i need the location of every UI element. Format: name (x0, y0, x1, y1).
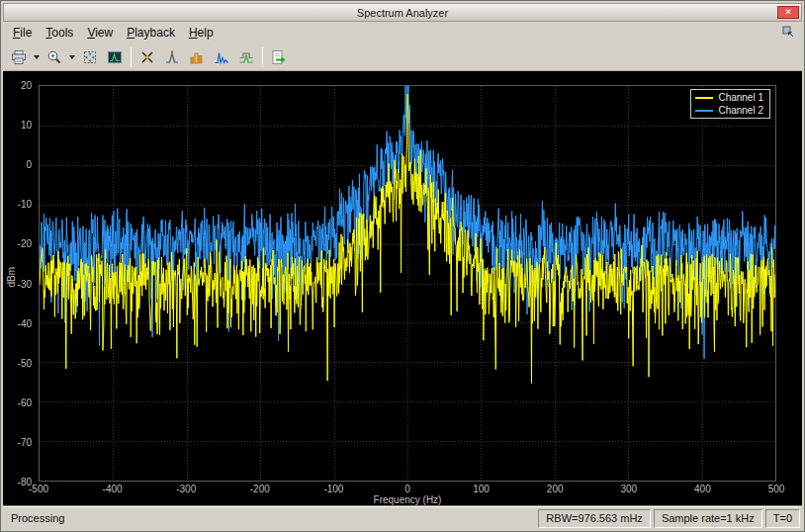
x-tick-label: 400 (694, 484, 711, 494)
legend-line-sample (695, 110, 713, 112)
spectrum-settings-icon (107, 49, 123, 65)
zoom-button[interactable] (43, 45, 66, 69)
spectrum-plot: dBm 20100-10-20-30-40-50-60-70-80 Channe… (3, 71, 802, 505)
x-tick-label: 300 (620, 484, 637, 494)
x-axis-label: Frequency (Hz) (39, 494, 776, 505)
fit-to-view-icon (82, 49, 98, 65)
x-tick-label: -300 (176, 484, 196, 494)
x-tick-label: -400 (103, 484, 123, 494)
legend-line-sample (695, 97, 713, 99)
x-tick-label: 500 (768, 484, 785, 494)
toolbar (3, 44, 802, 71)
window-title: Spectrum Analyzer (357, 7, 448, 19)
menu-tools[interactable]: Tools (39, 23, 80, 43)
print-dropdown-button[interactable] (31, 45, 42, 69)
x-tick-label: -200 (250, 484, 270, 494)
spectrum-analyzer-window: Spectrum Analyzer ✕ File Tools View Play… (0, 0, 805, 532)
distortion-measurements-button[interactable] (210, 45, 233, 69)
y-tick-label: -40 (18, 317, 32, 328)
run-icon (271, 49, 287, 65)
y-tick-label: 20 (21, 80, 32, 91)
y-tick-label: -60 (18, 397, 32, 407)
peak-finder-button[interactable] (160, 45, 184, 69)
y-tick-label: -70 (18, 436, 32, 447)
status-time: T=0 (765, 509, 800, 528)
legend-entry[interactable]: Channel 1 (695, 92, 763, 103)
toolbar-separator (131, 47, 132, 67)
close-button[interactable]: ✕ (777, 6, 799, 19)
zoom-icon (46, 49, 62, 65)
zoom-dropdown-caret (69, 55, 75, 59)
x-tick-label: 0 (404, 484, 410, 494)
spectral-mask-icon (238, 49, 254, 65)
menu-help[interactable]: Help (182, 23, 221, 43)
cursor-measurements-button[interactable] (135, 45, 159, 69)
titlebar[interactable]: Spectrum Analyzer ✕ (3, 3, 802, 22)
y-tick-label: 0 (26, 159, 32, 170)
statusbar: Processing RBW=976.563 mHz Sample rate=1… (3, 505, 802, 529)
x-tick-labels: -500-400-300-200-1000100200300400500 (39, 484, 776, 494)
legend: Channel 1Channel 2 (690, 89, 770, 119)
x-tick-label: -100 (323, 484, 343, 494)
peak-finder-icon (164, 49, 180, 65)
ccdf-measurements-icon (189, 49, 205, 65)
print-button[interactable] (7, 45, 31, 69)
y-tick-label: -30 (18, 278, 32, 289)
menubar: File Tools View Playback Help (3, 22, 802, 44)
dock-scope-button[interactable] (780, 25, 796, 41)
status-rbw: RBW=976.563 mHz (538, 509, 651, 528)
status-sample-rate: Sample rate=1 kHz (654, 509, 762, 528)
legend-label: Channel 2 (718, 105, 763, 116)
menu-view[interactable]: View (80, 23, 120, 43)
x-tick-label: 100 (473, 484, 490, 494)
y-tick-label: -50 (18, 357, 32, 368)
legend-entry[interactable]: Channel 2 (695, 105, 763, 116)
zoom-dropdown-button[interactable] (66, 45, 77, 69)
y-tick-label: 10 (21, 120, 32, 131)
menu-file[interactable]: File (6, 23, 39, 43)
y-tick-labels: 20100-10-20-30-40-50-60-70-80 (3, 85, 36, 482)
toolbar-separator (262, 47, 263, 67)
run-button[interactable] (267, 45, 291, 69)
menu-playback[interactable]: Playback (120, 23, 182, 43)
distortion-measurements-icon (214, 49, 229, 65)
y-tick-label: -10 (18, 199, 32, 210)
spectrum-canvas[interactable] (40, 86, 775, 481)
fit-to-view-button[interactable] (78, 45, 102, 69)
status-processing: Processing (5, 510, 535, 526)
legend-label: Channel 1 (718, 92, 763, 103)
spectral-mask-button[interactable] (234, 45, 258, 69)
ccdf-measurements-button[interactable] (185, 45, 209, 69)
cursor-measurements-icon (139, 49, 155, 65)
spectrum-settings-button[interactable] (103, 45, 127, 69)
print-icon (11, 49, 27, 65)
dock-icon (781, 25, 795, 39)
x-tick-label: -500 (29, 484, 48, 494)
axes: Channel 1Channel 2 (39, 85, 776, 482)
x-tick-label: 200 (547, 484, 564, 494)
y-tick-label: -20 (18, 238, 32, 249)
print-dropdown-caret (34, 55, 40, 59)
